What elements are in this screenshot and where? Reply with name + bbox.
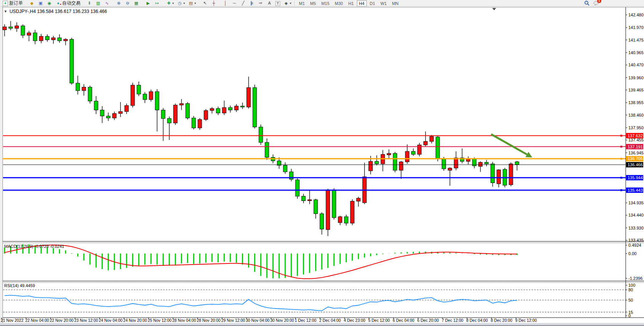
cursor-icon[interactable]: ↖	[201, 0, 209, 6]
text-label-icon: T	[275, 1, 280, 6]
auto-scroll-icon[interactable]: ▶	[144, 0, 152, 6]
time-axis-label: 24 Nov 04:00	[99, 318, 123, 323]
line-handle[interactable]	[620, 146, 622, 148]
indicators-icon[interactable]: ✚▾	[165, 0, 175, 6]
macd-axis-label: 0.00	[628, 251, 636, 256]
time-axis-label: 28 Nov 04:00	[172, 318, 196, 323]
chevron-down-icon: ▾	[194, 2, 196, 5]
timeframe-m15[interactable]: M15	[319, 0, 332, 6]
chevron-down-icon: ▾	[172, 2, 174, 5]
autotrading-button: ●	[55, 1, 61, 6]
chevron-down-icon: ▾	[290, 2, 291, 5]
timeframe-h1[interactable]: H1	[346, 0, 356, 6]
separator	[294, 1, 295, 6]
time-axis-labels: 21 Nov 202222 Nov 04:0022 Nov 20:0023 No…	[1, 318, 537, 323]
price-tick-label: 137.455	[628, 138, 644, 142]
chart-shift-icon: ↦	[154, 1, 160, 6]
timeframe-m1[interactable]: M1	[297, 0, 307, 6]
time-axis-label: 6 Dec 04:00	[393, 318, 414, 323]
equidistant-channel-icon: ∥E	[249, 1, 255, 6]
price-tick-label: 138.955	[628, 100, 644, 105]
autotrading-button-label: 自动交易	[62, 0, 80, 6]
hline-price-label-text: 136.705	[628, 156, 643, 161]
chart-shift-icon[interactable]: ↦	[153, 0, 161, 6]
time-axis-label: 28 Nov 20:00	[197, 318, 221, 323]
time-axis-label: 5 Dec 12:00	[368, 318, 390, 323]
market-icon[interactable]: ◆	[28, 0, 36, 6]
templates-icon[interactable]: ▤▾	[187, 0, 197, 6]
time-axis-label: 8 Dec 20:00	[491, 318, 512, 323]
one-click-expand-button[interactable]: ▼	[4, 10, 7, 13]
price-tick-label: 141.475	[628, 38, 644, 42]
zoom-in-icon: ⊕	[116, 1, 122, 6]
equidistant-channel-icon[interactable]: ∥E	[248, 0, 256, 6]
price-tick-label: 137.950	[628, 125, 644, 130]
chart-background	[0, 6, 644, 326]
crosshair-icon[interactable]: ┼	[210, 0, 218, 6]
arrows-icon[interactable]: ◈▾	[282, 0, 292, 6]
rsi-axis-label: 50	[628, 298, 633, 302]
mt4-window: +新订单◆▣◉●自动交易‖▥∿⊕⊖▦▶↦✚▾◷▾▤▾↖┼│─╱∥E┉FAT◈▾ …	[0, 0, 644, 326]
price-tick-label: 138.460	[628, 113, 644, 117]
timeframe-d1[interactable]: D1	[368, 0, 377, 6]
terminal-icon[interactable]: ▣	[37, 0, 45, 6]
fibonacci-icon: ┉F	[258, 1, 263, 6]
time-axis-label: 1 Dec 12:00	[295, 318, 316, 323]
time-axis-label: 23 Nov 12:00	[74, 318, 98, 323]
search-icon[interactable]	[584, 0, 589, 7]
macd-axis-label: -1.2396	[628, 276, 642, 281]
rsi-axis-label: 0	[628, 313, 631, 318]
periods-icon[interactable]: ◷▾	[176, 0, 186, 6]
time-axis-label: 21 Nov 2022	[1, 318, 24, 323]
timeframe-h4[interactable]: H4	[357, 0, 367, 6]
horizontal-line-icon: ─	[231, 1, 237, 6]
line-handle[interactable]	[620, 158, 622, 160]
toolbar-right: 1	[584, 0, 599, 7]
line-handle[interactable]	[620, 135, 622, 137]
timeframe-mn[interactable]: MN	[390, 0, 401, 6]
zoom-out-icon[interactable]: ⊖	[124, 0, 132, 6]
macd-label: MACD(12,26,9) -0.0728 -0.0241	[4, 244, 64, 249]
horizontal-line-icon[interactable]: ─	[230, 0, 238, 6]
tile-windows-icon[interactable]: ▦	[132, 0, 140, 6]
price-tick-label: 142.480	[628, 13, 644, 17]
new-order-button-label: 新订单	[9, 0, 23, 6]
time-axis-label: 29 Nov 12:00	[221, 318, 245, 323]
price-tick-label: 139.465	[628, 88, 644, 92]
autotrading-button[interactable]: ●自动交易	[54, 0, 82, 6]
trendline-icon[interactable]: ╱	[239, 0, 247, 6]
rsi-axis-label: 100	[628, 283, 635, 287]
hline-price-label-text: 136.466	[628, 162, 643, 167]
bar-chart-icon[interactable]: ‖	[85, 0, 93, 6]
chart-window[interactable]: 142.480141.970141.475140.965140.470139.9…	[0, 6, 644, 326]
notifications-icon[interactable]: 1	[593, 0, 599, 7]
vertical-line-icon[interactable]: │	[222, 0, 230, 6]
line-handle[interactable]	[620, 189, 622, 191]
price-tick-label: 134.440	[628, 213, 644, 217]
new-order-button[interactable]: +新订单	[2, 0, 24, 6]
line-handle[interactable]	[620, 177, 622, 179]
line-chart-icon[interactable]: ∿	[103, 0, 111, 6]
price-tick-label: 140.965	[628, 50, 644, 55]
bar-chart-icon: ‖	[87, 1, 92, 6]
terminal-icon: ▣	[38, 1, 43, 6]
chart-canvas[interactable]: 142.480141.970141.475140.965140.470139.9…	[0, 6, 644, 326]
fibonacci-icon[interactable]: ┉F	[257, 0, 265, 6]
auto-scroll-icon: ▶	[145, 1, 151, 6]
time-axis-label: 30 Nov 04:00	[246, 318, 270, 323]
candlestick-chart-icon[interactable]: ▥	[94, 0, 102, 6]
timeframe-m30[interactable]: M30	[332, 0, 345, 6]
cursor-icon: ↖	[202, 1, 208, 6]
text-icon[interactable]: A	[265, 0, 273, 6]
timeframe-m5[interactable]: M5	[308, 0, 318, 6]
time-axis-label: 4 Dec 23:00	[344, 318, 366, 323]
zoom-in-icon[interactable]: ⊕	[115, 0, 123, 6]
price-tick-label: 141.970	[628, 25, 644, 30]
hline-price-label-text: 135.944	[628, 175, 643, 180]
signals-icon[interactable]: ◉	[45, 0, 53, 6]
time-axis-label: 9 Dec 12:00	[515, 318, 537, 323]
price-tick-label: 134.935	[628, 201, 644, 205]
price-tick-label: 133.435	[628, 238, 644, 242]
text-label-icon[interactable]: T	[274, 0, 281, 7]
timeframe-w1[interactable]: W1	[378, 0, 389, 6]
